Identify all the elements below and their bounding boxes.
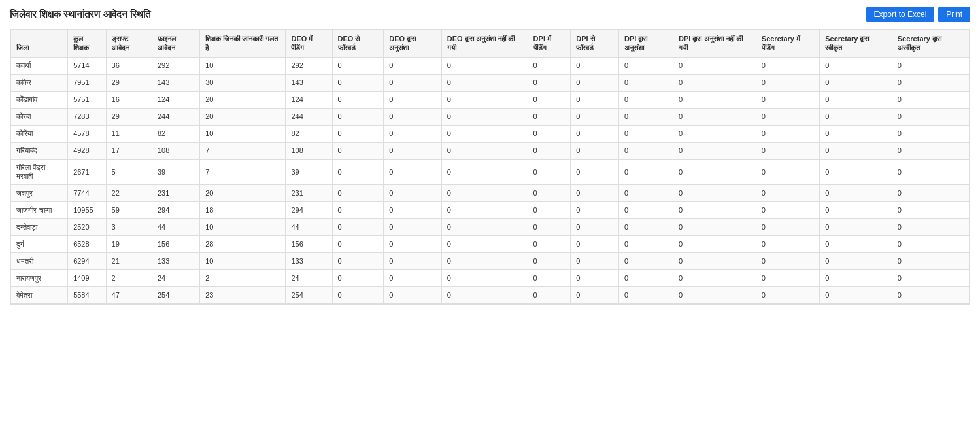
cell-7-7: 0 (384, 184, 441, 201)
cell-2-6: 0 (332, 91, 384, 108)
cell-6-6: 0 (332, 159, 384, 184)
cell-10-11: 0 (618, 235, 673, 252)
cell-1-5: 143 (286, 74, 332, 91)
cell-3-11: 0 (618, 108, 673, 125)
cell-12-10: 0 (571, 269, 619, 286)
cell-7-10: 0 (571, 184, 619, 201)
cell-10-3: 156 (152, 235, 199, 252)
cell-1-3: 143 (152, 74, 199, 91)
cell-7-1: 7744 (68, 184, 106, 201)
cell-9-9: 0 (528, 218, 571, 235)
cell-6-2: 5 (106, 159, 152, 184)
cell-2-15: 0 (892, 91, 969, 108)
page-container: जिलेवार शिक्षक स्थानांतरण आवेदन स्थिति E… (0, 0, 980, 311)
cell-8-0: जांजगीर-चाम्पा (11, 201, 68, 218)
cell-0-9: 0 (528, 57, 571, 74)
cell-6-4: 7 (200, 159, 286, 184)
cell-5-1: 4928 (68, 142, 106, 159)
cell-6-7: 0 (384, 159, 441, 184)
export-excel-button[interactable]: Export to Excel (866, 7, 935, 22)
cell-1-6: 0 (332, 74, 384, 91)
cell-11-3: 133 (152, 252, 199, 269)
col-header-7: DEO द्वारा अनुसंशा (384, 30, 441, 58)
cell-5-5: 108 (286, 142, 332, 159)
cell-13-3: 254 (152, 286, 199, 303)
cell-2-1: 5751 (68, 91, 106, 108)
cell-0-7: 0 (384, 57, 441, 74)
cell-1-8: 0 (441, 74, 528, 91)
cell-10-9: 0 (528, 235, 571, 252)
cell-13-6: 0 (332, 286, 384, 303)
cell-8-1: 10955 (68, 201, 106, 218)
cell-7-8: 0 (441, 184, 528, 201)
cell-13-10: 0 (571, 286, 619, 303)
cell-10-2: 19 (106, 235, 152, 252)
top-bar: जिलेवार शिक्षक स्थानांतरण आवेदन स्थिति E… (10, 7, 970, 22)
table-row: कांकेर795129143301430000000000 (11, 74, 970, 91)
cell-7-11: 0 (618, 184, 673, 201)
cell-12-13: 0 (756, 269, 819, 286)
table-wrapper: जिलाकुल शिक्षकड्राफ्ट आवेदनफ़ाइनल आवेदनश… (10, 29, 970, 305)
cell-13-11: 0 (618, 286, 673, 303)
cell-5-2: 17 (106, 142, 152, 159)
cell-2-2: 16 (106, 91, 152, 108)
cell-2-8: 0 (441, 91, 528, 108)
table-row: गरियाबंद49281710871080000000000 (11, 142, 970, 159)
cell-8-14: 0 (820, 201, 892, 218)
cell-4-10: 0 (571, 125, 619, 142)
cell-13-13: 0 (756, 286, 819, 303)
cell-3-5: 244 (286, 108, 332, 125)
cell-3-7: 0 (384, 108, 441, 125)
cell-2-13: 0 (756, 91, 819, 108)
print-button[interactable]: Print (938, 7, 970, 22)
table-row: जांजगीर-चाम्पा1095559294182940000000000 (11, 201, 970, 218)
cell-5-10: 0 (571, 142, 619, 159)
cell-3-4: 20 (200, 108, 286, 125)
cell-11-9: 0 (528, 252, 571, 269)
cell-9-5: 44 (286, 218, 332, 235)
cell-10-5: 156 (286, 235, 332, 252)
cell-4-7: 0 (384, 125, 441, 142)
cell-6-14: 0 (820, 159, 892, 184)
cell-0-8: 0 (441, 57, 528, 74)
cell-12-0: नारायणपुर (11, 269, 68, 286)
cell-4-5: 82 (286, 125, 332, 142)
col-header-13: Secretary में पेंडिंग (756, 30, 819, 58)
cell-2-12: 0 (673, 91, 756, 108)
cell-12-12: 0 (673, 269, 756, 286)
cell-3-1: 7283 (68, 108, 106, 125)
cell-11-13: 0 (756, 252, 819, 269)
cell-10-10: 0 (571, 235, 619, 252)
cell-1-2: 29 (106, 74, 152, 91)
cell-7-3: 231 (152, 184, 199, 201)
table-row: कवर्धा571436292102920000000000 (11, 57, 970, 74)
table-row: दुर्ग652819156281560000000000 (11, 235, 970, 252)
cell-5-14: 0 (820, 142, 892, 159)
cell-8-15: 0 (892, 201, 969, 218)
cell-0-3: 292 (152, 57, 199, 74)
cell-0-6: 0 (332, 57, 384, 74)
col-header-14: Secretary द्वारा स्वीकृत (820, 30, 892, 58)
cell-11-10: 0 (571, 252, 619, 269)
cell-13-9: 0 (528, 286, 571, 303)
cell-8-9: 0 (528, 201, 571, 218)
cell-1-1: 7951 (68, 74, 106, 91)
cell-4-11: 0 (618, 125, 673, 142)
cell-7-6: 0 (332, 184, 384, 201)
cell-0-4: 10 (200, 57, 286, 74)
cell-11-7: 0 (384, 252, 441, 269)
cell-3-13: 0 (756, 108, 819, 125)
cell-11-8: 0 (441, 252, 528, 269)
cell-9-15: 0 (892, 218, 969, 235)
cell-9-12: 0 (673, 218, 756, 235)
cell-8-13: 0 (756, 201, 819, 218)
cell-5-11: 0 (618, 142, 673, 159)
cell-4-8: 0 (441, 125, 528, 142)
cell-0-2: 36 (106, 57, 152, 74)
cell-1-7: 0 (384, 74, 441, 91)
cell-0-1: 5714 (68, 57, 106, 74)
cell-10-15: 0 (892, 235, 969, 252)
cell-13-15: 0 (892, 286, 969, 303)
cell-13-4: 23 (200, 286, 286, 303)
cell-2-3: 124 (152, 91, 199, 108)
